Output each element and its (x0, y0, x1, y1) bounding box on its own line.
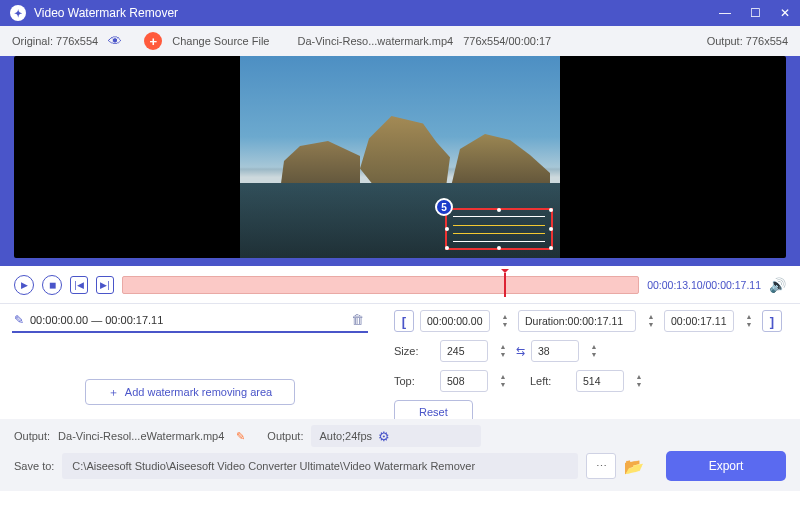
spin-down[interactable]: ▼ (742, 321, 756, 329)
properties-panel: [ 00:00:00.00 ▲▼ Duration:00:00:17.11 ▲▼… (380, 304, 800, 419)
spin-down[interactable]: ▼ (632, 381, 646, 389)
output-strip: Output: Da-Vinci-Resol...eWatermark.mp4 … (0, 419, 800, 451)
spin-up[interactable]: ▲ (632, 373, 646, 381)
segments-panel: ✎ 00:00:00.00 — 00:00:17.11 🗑 ＋ Add wate… (0, 304, 380, 419)
wand-icon: ✎ (14, 313, 24, 327)
left-label: Left: (530, 375, 570, 387)
top-input[interactable]: 508 (440, 370, 488, 392)
save-row: Save to: C:\Aiseesoft Studio\Aiseesoft V… (0, 451, 800, 491)
width-input[interactable]: 245 (440, 340, 488, 362)
spin-down[interactable]: ▼ (644, 321, 658, 329)
time-readout: 00:00:13.10/00:00:17.11 (647, 279, 761, 291)
trim-row: [ 00:00:00.00 ▲▼ Duration:00:00:17.11 ▲▼… (394, 310, 786, 332)
timeline-scrubber[interactable] (122, 276, 639, 294)
preview-toggle-icon[interactable]: 👁 (108, 33, 122, 49)
volume-icon[interactable]: 🔊 (769, 277, 786, 293)
spin-up[interactable]: ▲ (496, 343, 510, 351)
spin-up[interactable]: ▲ (498, 313, 512, 321)
timeline-playhead[interactable] (504, 273, 506, 297)
change-source-button[interactable]: Change Source File (172, 35, 269, 47)
plus-icon: ＋ (108, 385, 119, 400)
video-preview[interactable]: 5 (14, 56, 786, 258)
output-format-label: Output: (267, 430, 303, 442)
set-start-bracket[interactable]: [ (394, 310, 414, 332)
editor-panels: ✎ 00:00:00.00 — 00:00:17.11 🗑 ＋ Add wate… (0, 304, 800, 419)
title-bar: ✦ Video Watermark Remover ― ☐ ✕ (0, 0, 800, 26)
maximize-button[interactable]: ☐ (740, 0, 770, 26)
save-to-label: Save to: (14, 460, 54, 472)
output-format-value: Auto;24fps (319, 430, 372, 442)
spin-up[interactable]: ▲ (644, 313, 658, 321)
add-watermark-area-button[interactable]: ＋ Add watermark removing area (85, 379, 295, 405)
height-input[interactable]: 38 (531, 340, 579, 362)
trim-duration-input[interactable]: Duration:00:00:17.11 (518, 310, 636, 332)
output-file-label: Output: (14, 430, 50, 442)
output-format-field[interactable]: Auto;24fps ⚙ (311, 425, 481, 447)
annotation-badge: 5 (435, 198, 453, 216)
spin-down[interactable]: ▼ (587, 351, 601, 359)
set-end-bracket[interactable]: ] (762, 310, 782, 332)
delete-segment-icon[interactable]: 🗑 (351, 312, 364, 327)
top-label: Top: (394, 375, 434, 387)
original-dimensions-label: Original: 776x554 (12, 35, 98, 47)
output-filename: Da-Vinci-Resol...eWatermark.mp4 (58, 430, 224, 442)
step-back-button[interactable]: |◀ (70, 276, 88, 294)
spin-down[interactable]: ▼ (498, 321, 512, 329)
trim-start-input[interactable]: 00:00:00.00 (420, 310, 490, 332)
source-dims-duration: 776x554/00:00:17 (463, 35, 551, 47)
preview-container: 5 (0, 56, 800, 266)
source-filename: Da-Vinci-Reso...watermark.mp4 (297, 35, 453, 47)
size-label: Size: (394, 345, 434, 357)
spin-down[interactable]: ▼ (496, 381, 510, 389)
play-button[interactable]: ▶ (14, 275, 34, 295)
export-button[interactable]: Export (666, 451, 786, 481)
preview-frame: 5 (240, 56, 560, 258)
position-row: Top: 508 ▲▼ Left: 514 ▲▼ (394, 370, 786, 392)
spin-up[interactable]: ▲ (587, 343, 601, 351)
segment-range: 00:00:00.00 — 00:00:17.11 (30, 314, 163, 326)
add-source-icon[interactable]: + (144, 32, 162, 50)
segment-row[interactable]: ✎ 00:00:00.00 — 00:00:17.11 🗑 (12, 310, 368, 333)
output-dimensions-label: Output: 776x554 (707, 35, 788, 47)
spin-up[interactable]: ▲ (496, 373, 510, 381)
playback-controls: ▶ ◼ |◀ ▶| 00:00:13.10/00:00:17.11 🔊 (0, 266, 800, 304)
format-settings-icon[interactable]: ⚙ (378, 429, 390, 444)
save-path-text: C:\Aiseesoft Studio\Aiseesoft Video Conv… (72, 460, 475, 472)
watermark-selection-box[interactable] (445, 208, 553, 250)
save-path-field[interactable]: C:\Aiseesoft Studio\Aiseesoft Video Conv… (62, 453, 578, 479)
spin-up[interactable]: ▲ (742, 313, 756, 321)
left-input[interactable]: 514 (576, 370, 624, 392)
close-button[interactable]: ✕ (770, 0, 800, 26)
info-strip: Original: 776x554 👁 + Change Source File… (0, 26, 800, 56)
rename-output-icon[interactable]: ✎ (236, 430, 245, 443)
browse-folder-button[interactable]: ⋯ (586, 453, 616, 479)
add-area-label: Add watermark removing area (125, 386, 272, 398)
trim-end-input[interactable]: 00:00:17.11 (664, 310, 734, 332)
open-folder-icon[interactable]: 📂 (624, 457, 644, 476)
spin-down[interactable]: ▼ (496, 351, 510, 359)
link-aspect-icon[interactable]: ⇆ (516, 345, 525, 358)
size-row: Size: 245 ▲▼ ⇆ 38 ▲▼ (394, 340, 786, 362)
app-title: Video Watermark Remover (34, 6, 178, 20)
minimize-button[interactable]: ― (710, 0, 740, 26)
stop-button[interactable]: ◼ (42, 275, 62, 295)
step-forward-button[interactable]: ▶| (96, 276, 114, 294)
app-logo-icon: ✦ (10, 5, 26, 21)
